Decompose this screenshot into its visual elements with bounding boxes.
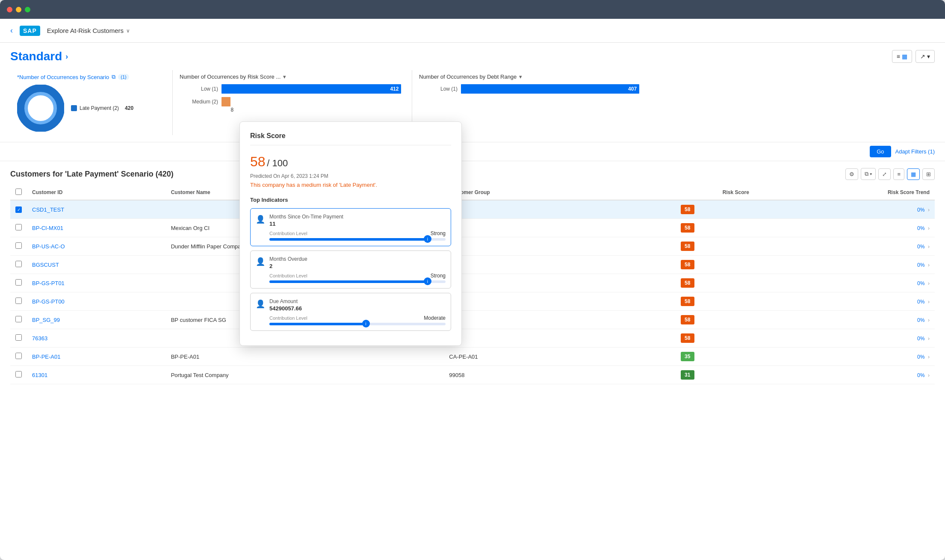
table-view-button[interactable]: ≡ ▦ [892,50,912,63]
traffic-light-yellow[interactable] [16,7,21,12]
indicator-content-2: Due Amount 54290057.66 Contribution Leve… [269,298,446,325]
risk-score-display: 58 / 100 [250,154,451,170]
scenario-chart-title: *Number of Occurrences by Scenario ⧉ (1) [17,74,165,80]
donut-chart [17,85,64,132]
page-title-chevron-icon[interactable]: › [65,52,68,61]
cell-risk-score-4: 58 [609,274,766,292]
cell-customer-id-9: 61301 [27,366,166,384]
table-row: BP-GS-PT00 58 0% › [10,292,935,311]
indicator-icon-1: 👤 [256,257,265,266]
table-header-row: Customers for 'Late Payment' Scenario (4… [10,168,935,180]
risk-score-bars: Low (1) 412 Medium (2) [180,84,405,106]
cell-checkbox-5 [10,292,27,311]
page-title[interactable]: Standard › [10,50,68,63]
row-checkbox-3[interactable] [15,261,22,267]
row-checkbox-6[interactable] [15,316,22,322]
settings-icon: ⚙ [849,171,854,177]
cell-checkbox-2 [10,237,27,256]
info-icon-2[interactable]: i [362,320,370,327]
bar-label-low: Low (1) [180,86,218,92]
indicator-content-0: Months Since On-Time Payment 11 Contribu… [269,214,446,241]
row-checkbox-1[interactable] [15,224,22,230]
traffic-light-green[interactable] [25,7,30,12]
risk-score-dropdown-icon[interactable]: ▾ [283,74,286,80]
table-chart-button[interactable]: ▦ [907,168,920,180]
row-checkbox-9[interactable] [15,371,22,377]
expand-icon: ⤢ [882,171,887,177]
cell-customer-id-7: 76363 [27,329,166,348]
trend-link-7[interactable]: 0% [917,336,924,342]
debt-range-dropdown-icon[interactable]: ▾ [519,74,522,80]
col-risk-score: Risk Score [609,185,766,200]
table-list-icon: ≡ [897,171,901,177]
trend-link-8[interactable]: 0% [917,354,924,360]
cell-risk-trend-5: 0% › [766,292,935,311]
debt-bar-row-low: Low (1) 407 [419,84,645,94]
donut-legend: Late Payment (2) 420 [71,105,133,111]
trend-link-5[interactable]: 0% [917,299,924,305]
row-checkbox-8[interactable] [15,353,22,359]
row-checkbox-7[interactable] [15,334,22,341]
trend-link-0[interactable]: 0% [917,207,924,213]
svg-point-1 [30,97,51,119]
cell-customer-group-2 [444,237,608,256]
go-button[interactable]: Go [870,146,891,157]
cell-risk-score-5: 58 [609,292,766,311]
scenario-copy-icon[interactable]: ⧉ [112,74,115,80]
row-checkbox-4[interactable] [15,279,22,286]
progress-bar-0: i [269,238,428,241]
expand-button[interactable]: ⤢ [878,168,891,180]
checked-checkbox-0[interactable]: ✓ [15,206,22,213]
indicator-content-1: Months Overdue 2 Contribution Level Stro… [269,256,446,283]
trend-link-6[interactable]: 0% [917,317,924,323]
table-row: BGSCUST 58 0% › [10,256,935,274]
row-chevron-icon-3: › [928,262,930,268]
debt-range-bars: Low (1) 407 [419,84,645,94]
info-icon-0[interactable]: i [424,235,431,243]
cell-checkbox-4 [10,274,27,292]
row-chevron-icon-9: › [928,372,930,378]
table-chart-icon: ▦ [911,171,916,177]
settings-button[interactable]: ⚙ [845,168,858,180]
customers-table: Customer ID Customer Name Customer Group… [10,185,935,384]
nav-chevron-icon[interactable]: ∨ [126,28,130,34]
row-checkbox-5[interactable] [15,298,22,304]
cell-risk-score-7: 58 [609,329,766,348]
row-checkbox-2[interactable] [15,242,22,249]
cell-customer-id-4: BP-GS-PT01 [27,274,166,292]
export-button[interactable]: ↗ ▾ [915,50,935,63]
indicator-value-2: 54290057.66 [269,305,446,312]
trend-link-9[interactable]: 0% [917,372,924,378]
info-icon-1[interactable]: i [424,277,431,285]
cell-customer-group-4 [444,274,608,292]
legend-dot-late-payment [71,105,77,111]
adapt-filters-link[interactable]: Adapt Filters (1) [895,148,935,155]
copy-table-button[interactable]: ⧉ ▾ [861,168,876,180]
trend-link-1[interactable]: 0% [917,225,924,231]
indicator-card-1: 👤 Months Overdue 2 Contribution Level St… [250,251,451,289]
risk-score-title-text: Number of Occurrences by Risk Score ... [180,74,281,80]
row-chevron-icon-8: › [928,354,930,360]
trend-link-2[interactable]: 0% [917,244,924,250]
bar-row-medium: Medium (2) 8 [180,97,405,106]
table-grid-button[interactable]: ⊞ [922,168,935,180]
indicator-card-0: 👤 Months Since On-Time Payment 11 Contri… [250,208,451,246]
select-all-checkbox[interactable] [15,189,22,195]
back-button[interactable]: ‹ [10,26,13,35]
traffic-light-red[interactable] [7,7,12,12]
table-row: BP-CI-MX01 Mexican Org CI 58 0% › [10,219,935,237]
scenario-badge: (1) [118,74,129,80]
cell-customer-group-5 [444,292,608,311]
bar-value-medium: 8 [230,107,233,113]
chart-icon: ▦ [902,53,907,60]
cell-risk-trend-6: 0% › [766,311,935,329]
cell-checkbox-1 [10,219,27,237]
risk-score-total: / 100 [267,158,288,168]
cell-customer-group-6 [444,311,608,329]
trend-link-3[interactable]: 0% [917,262,924,268]
table-list-button[interactable]: ≡ [893,168,904,180]
cell-checkbox-3 [10,256,27,274]
trend-link-4[interactable]: 0% [917,280,924,286]
indicator-icon-0: 👤 [256,215,265,224]
risk-score-popup: Risk Score 58 / 100 Predicted On Apr 6, … [239,121,462,346]
